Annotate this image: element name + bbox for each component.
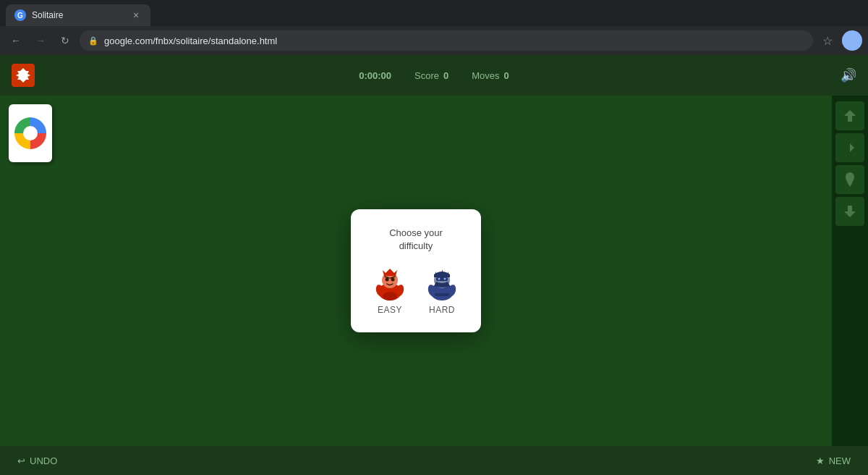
game-logo (12, 64, 35, 87)
moves-stat: Moves 0 (472, 70, 509, 81)
url-text: google.com/fnbx/solitaire/standalone.htm… (104, 35, 277, 46)
address-bar[interactable]: 🔒 google.com/fnbx/solitaire/standalone.h… (80, 30, 813, 51)
tab-favicon: G (14, 9, 26, 21)
bookmark-icon[interactable]: ☆ (817, 30, 838, 51)
svg-point-12 (444, 278, 446, 280)
score-stat: Score 0 (414, 70, 448, 81)
right-panel-btn-2[interactable] (835, 133, 864, 162)
hard-option[interactable]: HARD (422, 261, 462, 315)
easy-character-icon (370, 261, 410, 302)
sound-button[interactable]: 🔊 (841, 67, 856, 83)
right-panel-btn-1[interactable] (835, 101, 864, 130)
right-panel-btn-4[interactable] (835, 197, 864, 226)
svg-rect-15 (435, 293, 449, 296)
svg-point-5 (383, 292, 397, 300)
easy-option[interactable]: EASY (370, 261, 410, 315)
difficulty-modal: Choose your difficulty (351, 209, 481, 332)
svg-point-11 (438, 278, 441, 280)
active-tab[interactable]: G Solitaire × (6, 4, 150, 26)
game-area: 0:00:00 Score 0 Moves 0 🔊 Choose your (0, 55, 868, 475)
game-topbar: 0:00:00 Score 0 Moves 0 🔊 (0, 55, 868, 96)
undo-label: UNDO (30, 455, 57, 466)
score-value: 0 (443, 70, 448, 81)
moves-label: Moves (472, 70, 499, 81)
svg-point-0 (850, 36, 854, 41)
timer-value: 0:00:00 (359, 70, 391, 81)
easy-label: EASY (378, 305, 402, 315)
forward-button[interactable]: → (30, 30, 51, 51)
back-button[interactable]: ← (6, 30, 26, 51)
game-stats: 0:00:00 Score 0 Moves 0 (359, 70, 509, 81)
browser-toolbar: ← → ↻ 🔒 google.com/fnbx/solitaire/standa… (0, 26, 868, 55)
undo-button[interactable]: ↩ UNDO (17, 455, 57, 466)
star-icon: ★ (816, 455, 825, 466)
browser-frame: G Solitaire × ← → ↻ 🔒 google.com/fnbx/so… (0, 0, 868, 55)
hard-label: HARD (429, 305, 455, 315)
timer-stat: 0:00:00 (359, 70, 391, 81)
right-panel (832, 96, 868, 446)
hard-character-icon (422, 261, 462, 302)
score-label: Score (414, 70, 439, 81)
modal-overlay: Choose your difficulty (0, 96, 832, 446)
tab-bar: G Solitaire × (0, 0, 868, 26)
toolbar-right: ☆ (817, 30, 862, 51)
new-label: NEW (829, 455, 851, 466)
right-panel-btn-3[interactable] (835, 165, 864, 194)
tab-close-button[interactable]: × (130, 9, 142, 21)
svg-rect-10 (436, 277, 448, 281)
tab-title: Solitaire (32, 10, 124, 20)
game-bottombar: ↩ UNDO ★ NEW (0, 446, 868, 475)
new-button[interactable]: ★ NEW (816, 455, 851, 466)
modal-title: Choose your difficulty (389, 227, 443, 253)
reload-button[interactable]: ↻ (55, 30, 75, 51)
difficulty-options: EASY (370, 261, 462, 315)
undo-icon: ↩ (17, 455, 25, 466)
moves-value: 0 (504, 70, 509, 81)
profile-button[interactable] (842, 30, 862, 51)
lock-icon: 🔒 (88, 36, 98, 46)
game-content: Choose your difficulty (0, 96, 868, 446)
